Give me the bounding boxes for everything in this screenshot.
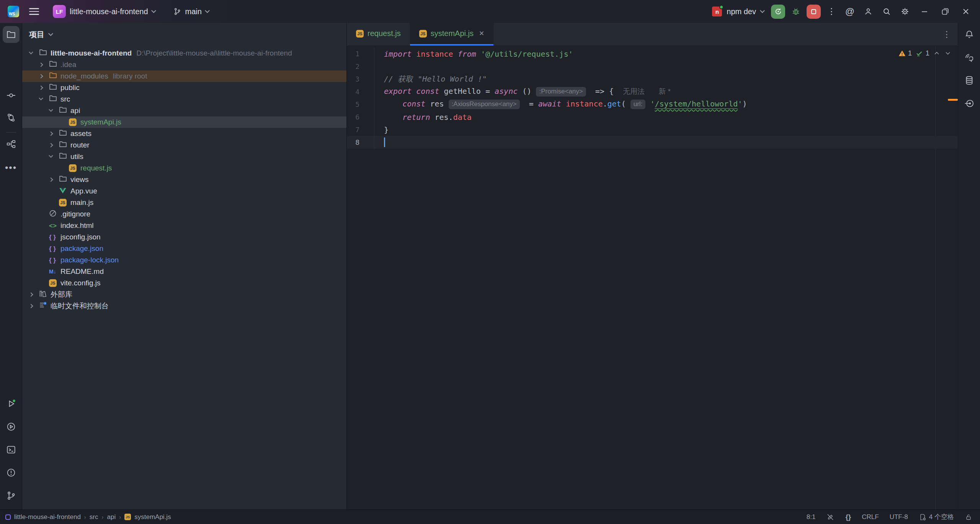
- tool-problems-button[interactable]: [3, 464, 20, 481]
- project-panel-header[interactable]: 项目: [22, 23, 346, 46]
- tree-chevron-icon[interactable]: [49, 155, 59, 158]
- tool-dependencies-button[interactable]: [961, 95, 978, 112]
- tree-item-views[interactable]: views: [22, 174, 346, 185]
- code-line-4[interactable]: 4export const getHello = async () :Promi…: [347, 85, 958, 98]
- close-tab-icon[interactable]: ✕: [479, 29, 484, 38]
- breadcrumb-item[interactable]: src: [90, 513, 98, 521]
- run-config-selector[interactable]: n npm dev: [708, 4, 768, 19]
- indent-widget[interactable]: 4 个空格: [919, 513, 954, 521]
- restore-button[interactable]: [936, 4, 954, 19]
- tree-item--gitignore[interactable]: .gitignore: [22, 208, 346, 220]
- code-editor[interactable]: 1import instance from '@/utils/request.j…: [347, 46, 958, 509]
- tree-item-router[interactable]: router: [22, 139, 346, 151]
- js-file-icon: JS: [69, 118, 77, 126]
- tree-item-assets[interactable]: assets: [22, 128, 346, 139]
- tree-item-jsconfig-json[interactable]: { }jsconfig.json: [22, 231, 346, 243]
- tree-item--[interactable]: 外部库: [22, 289, 346, 300]
- tree-item-app-vue[interactable]: App.vue: [22, 185, 346, 197]
- tree-item-index-html[interactable]: <>index.html: [22, 220, 346, 231]
- tree-chevron-icon[interactable]: [39, 86, 49, 89]
- ok-group[interactable]: 1: [915, 49, 929, 57]
- tool-structure-button[interactable]: [3, 136, 20, 152]
- tree-chevron-icon[interactable]: [39, 98, 49, 101]
- tree-chevron-icon[interactable]: [29, 305, 39, 308]
- prev-problem-icon[interactable]: [933, 49, 941, 57]
- tab-systemapi-js[interactable]: JS systemApi.js ✕: [410, 23, 494, 46]
- tool-project-button[interactable]: [3, 26, 20, 43]
- tree-item-readme-md[interactable]: M↓README.md: [22, 266, 346, 277]
- code-line-5[interactable]: 5 const res :AxiosResponse<any> = await …: [347, 98, 958, 111]
- warnings-group[interactable]: 1: [898, 49, 912, 57]
- breadcrumb-separator: ›: [119, 514, 121, 520]
- lock-widget[interactable]: [965, 513, 972, 521]
- breadcrumb-item[interactable]: little-mouse-ai-frontend: [14, 513, 81, 521]
- line-ending-widget[interactable]: CRLF: [862, 513, 879, 521]
- tree-chevron-icon[interactable]: [29, 52, 39, 55]
- code-line-7[interactable]: 7}: [347, 123, 958, 136]
- tree-item-package-lock-json[interactable]: { }package-lock.json: [22, 254, 346, 266]
- tool-terminal-button[interactable]: [3, 441, 20, 458]
- search-everywhere-button[interactable]: [879, 4, 894, 19]
- main-menu-icon[interactable]: [29, 8, 39, 15]
- tree-item-little-mouse-ai-frontend[interactable]: little-mouse-ai-frontendD:\Project\littl…: [22, 47, 346, 59]
- tab-options-button[interactable]: ⋮: [942, 23, 958, 46]
- tab-request-js[interactable]: JS request.js: [347, 23, 410, 46]
- tree-chevron-icon[interactable]: [49, 178, 59, 181]
- caret-position[interactable]: 8:1: [807, 513, 816, 521]
- tree-chevron-icon[interactable]: [39, 75, 49, 78]
- close-button[interactable]: [957, 4, 975, 19]
- debug-button[interactable]: [788, 4, 804, 19]
- code-line-6[interactable]: 6 return res.data: [347, 111, 958, 123]
- tree-item-node-modules[interactable]: node_moduleslibrary root: [22, 70, 346, 82]
- more-actions-button[interactable]: ⋮: [824, 4, 839, 19]
- breadcrumb-item[interactable]: api: [107, 513, 116, 521]
- inspections-widget[interactable]: 1 1: [898, 49, 952, 57]
- tool-git-button[interactable]: [3, 487, 20, 504]
- breadcrumb-item[interactable]: systemApi.js: [134, 513, 171, 521]
- tool-database-button[interactable]: [961, 72, 978, 89]
- tree-item-public[interactable]: public: [22, 82, 346, 93]
- settings-button[interactable]: [897, 4, 913, 19]
- tree-item-vite-config-js[interactable]: JSvite.config.js: [22, 277, 346, 289]
- tree-item-package-json[interactable]: { }package.json: [22, 243, 346, 254]
- minimize-button[interactable]: [916, 4, 933, 19]
- tree-item-label: little-mouse-ai-frontend: [51, 49, 132, 57]
- line-number: 7: [347, 123, 374, 136]
- tree-chevron-icon[interactable]: [49, 144, 59, 147]
- tree-chevron-icon[interactable]: [49, 132, 59, 135]
- code-line-2[interactable]: 2: [347, 60, 958, 73]
- tree-chevron-icon[interactable]: [49, 109, 59, 112]
- rerun-button[interactable]: [771, 5, 785, 19]
- tree-item-api[interactable]: api: [22, 105, 346, 116]
- tree-item-request-js[interactable]: JSrequest.js: [22, 162, 346, 174]
- tree-item-systemapi-js[interactable]: JSsystemApi.js: [22, 116, 346, 128]
- tree-item-main-js[interactable]: JSmain.js: [22, 197, 346, 208]
- code-with-me-button[interactable]: [861, 4, 876, 19]
- tree-item-utils[interactable]: utils: [22, 151, 346, 162]
- tool-more-button[interactable]: •••: [3, 159, 20, 176]
- tool-run-button[interactable]: [3, 395, 20, 412]
- encoding-widget[interactable]: UTF-8: [890, 513, 908, 521]
- stop-button[interactable]: [807, 5, 821, 19]
- tool-services-button[interactable]: [3, 418, 20, 435]
- ai-assistant-button[interactable]: @: [842, 4, 858, 19]
- code-style-widget[interactable]: {}: [845, 513, 851, 521]
- tool-ai-assistant-button[interactable]: [961, 49, 978, 66]
- tree-item-label: router: [70, 141, 90, 149]
- code-line-3[interactable]: 3// 获取 "Hello World !": [347, 73, 958, 85]
- tree-chevron-icon[interactable]: [39, 63, 49, 66]
- highlighting-level-button[interactable]: [826, 513, 835, 521]
- next-problem-icon[interactable]: [944, 49, 952, 57]
- tool-notifications-button[interactable]: [961, 26, 978, 43]
- tool-commit-button[interactable]: [3, 87, 20, 104]
- code-line-8[interactable]: 8: [347, 136, 958, 149]
- tree-item--idea[interactable]: .idea: [22, 59, 346, 70]
- tree-item-src[interactable]: src: [22, 93, 346, 105]
- warning-stripe-mark[interactable]: [948, 99, 958, 101]
- tree-item--[interactable]: 临时文件和控制台: [22, 300, 346, 312]
- tool-vcs-button[interactable]: [3, 109, 20, 126]
- vcs-widget[interactable]: main: [169, 5, 213, 18]
- project-widget[interactable]: LF little-mouse-ai-frontend: [49, 3, 159, 20]
- code-line-1[interactable]: 1import instance from '@/utils/request.j…: [347, 47, 958, 60]
- tree-chevron-icon[interactable]: [29, 293, 39, 296]
